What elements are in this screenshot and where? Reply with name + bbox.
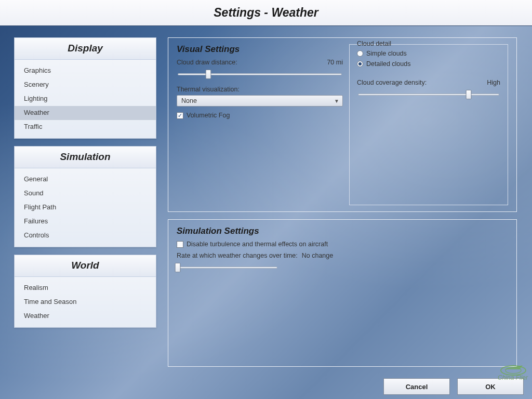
disable-turbulence-label: Disable turbulence and thermal effects o…	[187, 241, 328, 248]
sidebar-item-graphics[interactable]: Graphics	[15, 64, 156, 78]
sidebar-item-failures[interactable]: Failures	[15, 215, 156, 229]
weather-rate-slider[interactable]	[177, 262, 278, 273]
simulation-settings-panel: Simulation Settings Disable turbulence a…	[168, 219, 517, 367]
slider-thumb[interactable]	[205, 70, 211, 79]
checkbox-icon	[177, 112, 183, 119]
cloud-detail-fieldset: Cloud detail Simple clouds Detailed clou…	[349, 44, 508, 205]
sidebar-item-controls[interactable]: Controls	[15, 229, 156, 243]
sidebar-item-flight-path[interactable]: Flight Path	[15, 201, 156, 215]
cloud-coverage-slider[interactable]	[357, 89, 500, 100]
side-items-world: Realism Time and Season Weather	[15, 277, 156, 327]
cloud-detail-column: Cloud detail Simple clouds Detailed clou…	[349, 44, 508, 205]
page-title: Settings - Weather	[214, 6, 318, 20]
sidebar-item-time-season[interactable]: Time and Season	[15, 295, 156, 309]
cloud-detail-legend: Cloud detail	[355, 40, 393, 47]
visual-settings-heading: Visual Settings	[177, 44, 343, 55]
cloud-draw-distance-label: Cloud draw distance:	[177, 59, 237, 66]
side-items-simulation: General Sound Flight Path Failures Contr…	[15, 168, 156, 247]
volumetric-fog-label: Volumetric Fog	[187, 112, 230, 119]
sidebar-item-general[interactable]: General	[15, 172, 156, 187]
weather-rate-label: Rate at which weather changes over time:	[177, 252, 298, 259]
visual-settings-panel: Visual Settings Cloud draw distance: 70 …	[168, 37, 517, 212]
side-group-simulation: Simulation General Sound Flight Path Fai…	[14, 146, 156, 247]
cloud-coverage-value: High	[487, 79, 500, 86]
sidebar-item-weather-display[interactable]: Weather	[15, 106, 156, 120]
slider-track	[358, 94, 499, 96]
slider-thumb[interactable]	[466, 90, 472, 99]
ok-button[interactable]: OK	[457, 378, 524, 395]
sidebar-item-traffic[interactable]: Traffic	[15, 120, 156, 134]
radio-icon	[357, 61, 363, 67]
volumetric-fog-checkbox[interactable]: Volumetric Fog	[177, 112, 343, 119]
sidebar-item-realism[interactable]: Realism	[15, 281, 156, 295]
simple-clouds-label: Simple clouds	[366, 50, 407, 57]
side-header-world: World	[15, 255, 156, 277]
disable-turbulence-checkbox[interactable]: Disable turbulence and thermal effects o…	[177, 241, 508, 248]
button-bar: Cancel OK	[383, 378, 524, 395]
detailed-clouds-radio[interactable]: Detailed clouds	[357, 60, 500, 68]
side-header-simulation: Simulation	[15, 147, 156, 168]
svg-point-1	[506, 367, 521, 374]
thermal-visualization-label: Thermal visualization:	[177, 86, 240, 93]
detailed-clouds-label: Detailed clouds	[366, 60, 410, 68]
slider-track	[178, 267, 277, 269]
cloud-draw-distance-slider[interactable]	[177, 69, 343, 79]
side-group-display: Display Graphics Scenery Lighting Weathe…	[14, 37, 156, 139]
side-items-display: Graphics Scenery Lighting Weather Traffi…	[15, 60, 156, 138]
sidebar-item-weather-world[interactable]: Weather	[15, 309, 156, 323]
slider-track	[178, 73, 342, 75]
title-bar: Settings - Weather	[0, 0, 532, 26]
radio-icon	[357, 50, 363, 57]
chevron-down-icon: ▼	[334, 98, 339, 104]
sidebar-item-sound[interactable]: Sound	[15, 187, 156, 201]
thermal-visualization-value: None	[181, 97, 197, 104]
slider-thumb[interactable]	[175, 263, 180, 272]
sidebar-item-scenery[interactable]: Scenery	[15, 78, 156, 92]
simple-clouds-radio[interactable]: Simple clouds	[357, 50, 500, 57]
visual-settings-column: Visual Settings Cloud draw distance: 70 …	[177, 44, 343, 119]
sidebar-item-lighting[interactable]: Lighting	[15, 92, 156, 106]
weather-rate-value: No change	[302, 252, 333, 259]
sidebar: Display Graphics Scenery Lighting Weathe…	[14, 37, 156, 374]
svg-point-0	[501, 366, 526, 375]
side-group-world: World Realism Time and Season Weather	[14, 255, 156, 328]
thermal-visualization-select[interactable]: None ▼	[177, 95, 343, 107]
checkbox-icon	[177, 241, 183, 248]
side-header-display: Display	[15, 38, 156, 60]
cloud-coverage-label: Cloud coverage density:	[357, 79, 427, 86]
cloud-draw-distance-value: 70 mi	[327, 59, 343, 66]
simulation-settings-heading: Simulation Settings	[177, 226, 508, 236]
cancel-button[interactable]: Cancel	[383, 378, 450, 395]
